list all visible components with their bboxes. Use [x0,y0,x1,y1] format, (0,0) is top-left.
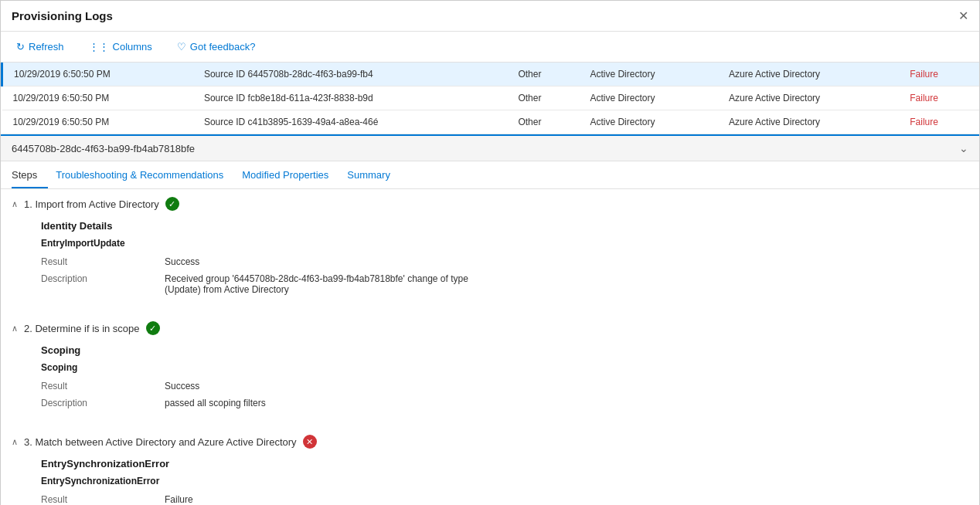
columns-button[interactable]: ⋮⋮ Columns [84,38,157,56]
detail-panel: 6445708b-28dc-4f63-ba99-fb4ab7818bfe ⌄ S… [1,134,979,505]
cell-status: Failure [899,86,979,110]
detail-table: Result Failure Description Failed to pro… [41,491,958,505]
entry-type: EntryImportUpdate [41,238,958,249]
tab-troubleshooting-&-recommendations[interactable]: Troubleshooting & Recommendations [56,161,234,188]
cell-timestamp: 10/29/2019 6:50:50 PM [2,110,193,134]
cell-timestamp: 10/29/2019 6:50:50 PM [2,63,193,86]
columns-label: Columns [113,41,152,53]
cell-source-id: Source ID c41b3895-1639-49a4-a8ea-46é [193,110,508,134]
steps-content: ∧ 1. Import from Active Directory ✓ Iden… [1,189,979,505]
table-row[interactable]: 10/29/2019 6:50:50 PM Source ID 6445708b… [2,63,980,86]
detail-row: Result Success [41,378,958,395]
cell-type: Other [507,110,579,134]
cell-target: Azure Active Directory [718,86,899,110]
cell-source-id: Source ID fcb8e18d-611a-423f-8838-b9d [193,86,508,110]
field-value: Received group '6445708b-28dc-4f63-ba99-… [165,270,958,298]
cell-source: Active Directory [579,110,718,134]
field-label: Description [41,270,165,298]
columns-icon: ⋮⋮ [89,41,109,53]
cell-timestamp: 10/29/2019 6:50:50 PM [2,86,193,110]
table-row[interactable]: 10/29/2019 6:50:50 PM Source ID c41b3895… [2,110,980,134]
detail-row: Result Success [41,253,958,270]
cell-source-id: Source ID 6445708b-28dc-4f63-ba99-fb4 [193,63,508,86]
step-title: 2. Determine if is in scope [24,323,140,334]
step-title: 1. Import from Active Directory [24,198,159,210]
step-title: 3. Match between Active Directory and Az… [24,436,297,448]
tab-steps[interactable]: Steps [12,161,48,188]
cell-type: Other [507,63,579,86]
log-table: 10/29/2019 6:50:50 PM Source ID 6445708b… [1,63,979,134]
collapse-icon: ∧ [12,199,18,209]
cell-status: Failure [899,63,979,86]
field-value: Success [165,378,958,395]
cell-target: Azure Active Directory [718,63,899,86]
field-label: Description [41,395,165,412]
feedback-button[interactable]: ♡ Got feedback? [172,38,260,56]
success-icon: ✓ [165,197,179,211]
refresh-button[interactable]: ↻ Refresh [12,38,69,56]
step-header[interactable]: ∧ 2. Determine if is in scope ✓ [12,314,968,340]
step-detail-title: EntrySynchronizationError [41,458,958,469]
detail-row: Description Received group '6445708b-28d… [41,270,958,298]
close-button[interactable]: ✕ [958,8,968,23]
field-value: Success [165,253,958,270]
chevron-down-icon[interactable]: ⌄ [959,142,968,154]
provisioning-logs-panel: Provisioning Logs ✕ ↻ Refresh ⋮⋮ Columns… [0,0,980,505]
step-detail: EntrySynchronizationError EntrySynchroni… [30,453,968,505]
step-section: ∧ 1. Import from Active Directory ✓ Iden… [12,189,968,306]
tab-summary[interactable]: Summary [347,161,401,188]
step-detail: Scoping Scoping Result Success Descripti… [30,340,968,419]
field-label: Result [41,378,165,395]
tabs-bar: StepsTroubleshooting & RecommendationsMo… [1,161,979,189]
success-icon: ✓ [146,321,160,335]
detail-row: Result Failure [41,491,958,505]
step-detail: Identity Details EntryImportUpdate Resul… [30,215,968,306]
detail-table: Result Success Description passed all sc… [41,378,958,412]
error-icon: ✕ [303,435,317,449]
field-value: Failure [165,491,958,505]
panel-header: Provisioning Logs ✕ [1,1,979,32]
heart-icon: ♡ [177,41,186,53]
cell-type: Other [507,86,579,110]
step-header[interactable]: ∧ 3. Match between Active Directory and … [12,427,968,453]
collapse-icon: ∧ [12,324,18,334]
feedback-label: Got feedback? [190,41,256,53]
cell-status: Failure [899,110,979,134]
detail-header: 6445708b-28dc-4f63-ba99-fb4ab7818bfe ⌄ [1,136,979,161]
field-label: Result [41,253,165,270]
toolbar: ↻ Refresh ⋮⋮ Columns ♡ Got feedback? [1,32,979,63]
entry-type: Scoping [41,362,958,373]
field-value: passed all scoping filters [165,395,958,412]
tab-modified-properties[interactable]: Modified Properties [242,161,339,188]
step-detail-title: Scoping [41,344,958,356]
table-row[interactable]: 10/29/2019 6:50:50 PM Source ID fcb8e18d… [2,86,980,110]
refresh-icon: ↻ [16,41,25,53]
detail-row: Description passed all scoping filters [41,395,958,412]
step-section: ∧ 3. Match between Active Directory and … [12,427,968,505]
step-section: ∧ 2. Determine if is in scope ✓ Scoping … [12,314,968,419]
collapse-icon: ∧ [12,437,18,447]
panel-title: Provisioning Logs [12,9,113,22]
refresh-label: Refresh [29,41,64,53]
detail-table: Result Success Description Received grou… [41,253,958,298]
step-header[interactable]: ∧ 1. Import from Active Directory ✓ [12,189,968,215]
entry-type: EntrySynchronizationError [41,476,958,486]
cell-source: Active Directory [579,86,718,110]
detail-id: 6445708b-28dc-4f63-ba99-fb4ab7818bfe [12,143,195,154]
cell-source: Active Directory [579,63,718,86]
cell-target: Azure Active Directory [718,110,899,134]
field-label: Result [41,491,165,505]
step-detail-title: Identity Details [41,220,958,232]
